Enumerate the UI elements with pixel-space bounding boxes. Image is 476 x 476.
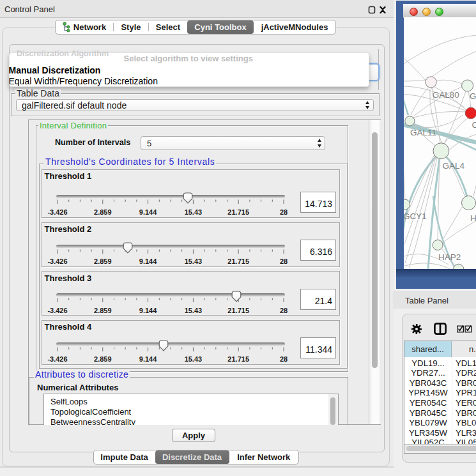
svg-text:GAL4: GAL4 — [443, 161, 465, 171]
svg-text:GCY1: GCY1 — [404, 211, 427, 221]
svg-text:C: C — [472, 120, 476, 130]
svg-text:GAL11: GAL11 — [410, 128, 436, 137]
svg-text:GAL80: GAL80 — [433, 90, 459, 100]
svg-text:HAP2: HAP2 — [438, 252, 461, 262]
svg-text:GAL: GAL — [470, 91, 476, 101]
svg-text:H: H — [470, 213, 476, 223]
